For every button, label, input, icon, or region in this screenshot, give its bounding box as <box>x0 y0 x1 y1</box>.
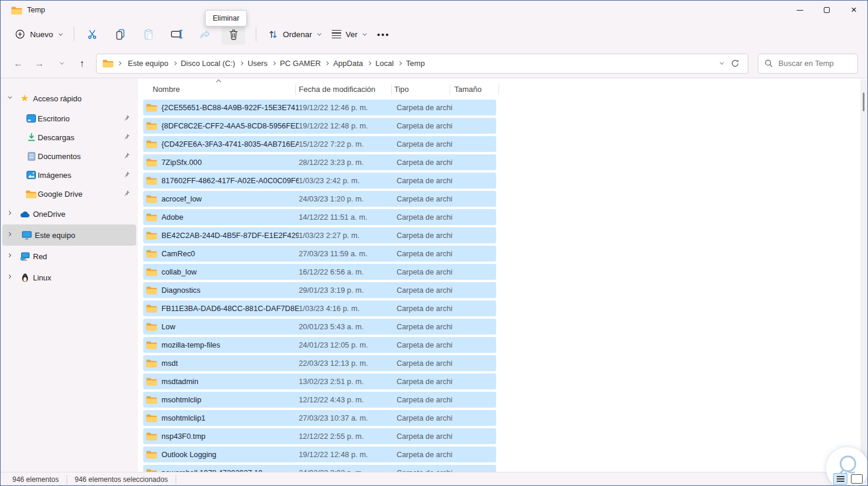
delete-button[interactable] <box>222 24 245 45</box>
file-date-cell: 13/02/23 2:51 p. m. <box>299 377 394 386</box>
copy-button[interactable] <box>108 24 132 45</box>
more-options-button[interactable]: ••• <box>371 24 396 45</box>
sidebar-item-im-genes[interactable]: Imágenes <box>1 166 138 184</box>
pin-icon <box>123 171 130 180</box>
file-row-collab-low[interactable]: collab_low16/12/22 6:56 a. m.Carpeta de … <box>143 264 496 280</box>
column-header-fecha-de-modificaci-n[interactable]: Fecha de modificación <box>299 85 375 94</box>
details-view-button[interactable] <box>833 473 847 485</box>
paste-button[interactable] <box>137 24 160 45</box>
file-row-cd42fe6a-3fa3-4741-8035-4ab716[interactable]: {CD42FE6A-3FA3-4741-8035-4AB716EAB3...15… <box>143 136 496 152</box>
recent-locations-button[interactable] <box>51 54 70 73</box>
address-bar[interactable]: Este equipoDisco Local (C:)UsersPC GAMER… <box>96 54 748 74</box>
close-button[interactable]: × <box>840 1 867 19</box>
file-row-2ce55651-bc88-4a9b-922f-15e3e7[interactable]: {2CE55651-BC88-4A9B-922F-15E3E74104...19… <box>143 100 496 115</box>
file-row-msohtmlclip1[interactable]: msohtmlclip127/03/23 10:37 a. m.Carpeta … <box>143 410 496 426</box>
sidebar-item-descargas[interactable]: Descargas <box>1 128 138 147</box>
cut-button[interactable] <box>80 24 104 45</box>
maximize-button[interactable] <box>813 1 840 19</box>
sort-button-label: Ordenar <box>283 30 312 39</box>
file-row-fb11e3ba-dad6-48cc-881c-daf7d8[interactable]: FB11E3BA-DAD6-48CC-881C-DAF7D8EC...1/03/… <box>143 300 496 316</box>
column-separator[interactable] <box>295 84 296 95</box>
file-type-cell: Carpeta de archivos <box>394 140 453 148</box>
sidebar-item-onedrive[interactable]: OneDrive <box>1 203 138 224</box>
file-row-7zipsfx-000[interactable]: 7ZipSfx.00028/12/22 3:23 p. m.Carpeta de… <box>143 154 496 170</box>
file-name: msdt <box>161 359 178 368</box>
file-row-low[interactable]: Low20/01/23 5:43 a. m.Carpeta de archivo… <box>143 319 496 335</box>
file-name-cell: msdt <box>143 359 299 368</box>
breadcrumb-item-local[interactable]: Local <box>372 57 397 70</box>
file-row-be42c2ab-244d-4b5f-87df-e1e2f4[interactable]: BE42C2AB-244D-4B5F-87DF-E1E2F4298C421/03… <box>143 227 496 243</box>
status-divider <box>176 475 176 484</box>
file-row-acrocef-low[interactable]: acrocef_low24/03/23 1:20 p. m.Carpeta de… <box>143 191 496 207</box>
breadcrumb-item-pc-gamer[interactable]: PC GAMER <box>277 57 324 70</box>
file-row-camrec0[interactable]: CamRec027/03/23 11:59 a. m.Carpeta de ar… <box>143 246 496 262</box>
file-name: 817602FF-4862-417F-A02E-A0C0C09F6BDE <box>161 176 299 185</box>
file-row-nsp43f0-tmp[interactable]: nsp43F0.tmp12/12/22 2:55 p. m.Carpeta de… <box>143 428 496 444</box>
breadcrumb-item-users[interactable]: Users <box>245 57 270 70</box>
column-header-nombre[interactable]: Nombre <box>153 85 180 94</box>
sidebar-item-acceso-r-pido[interactable]: ★Acceso rápido <box>1 88 138 109</box>
view-button[interactable]: Ver <box>326 24 371 45</box>
column-separator[interactable] <box>391 84 392 95</box>
file-row-msdtadmin[interactable]: msdtadmin13/02/23 2:51 p. m.Carpeta de a… <box>143 373 496 389</box>
file-row-powershell-1078-47302027-10[interactable]: powershell.1078.47302027.1024/03/23 2:02… <box>143 465 496 472</box>
new-button-label: Nuevo <box>30 30 53 39</box>
chevron-right-icon[interactable] <box>7 253 11 257</box>
icons-view-button[interactable] <box>851 474 863 484</box>
sidebar-item-label: Acceso rápido <box>33 94 81 103</box>
chevron-down-icon[interactable] <box>8 95 12 99</box>
minimize-button[interactable] <box>786 1 813 19</box>
chevron-right-icon <box>239 61 243 65</box>
breadcrumb-item-temp[interactable]: Temp <box>403 57 428 70</box>
folder-icon <box>146 249 157 258</box>
file-row-adobe[interactable]: Adobe14/12/22 11:51 a. m.Carpeta de arch… <box>143 209 496 225</box>
address-dropdown-icon[interactable] <box>720 61 724 65</box>
breadcrumb-item-disco-local-c[interactable]: Disco Local (C:) <box>178 57 238 70</box>
file-type-cell: Carpeta de archivos <box>394 176 453 185</box>
column-separator[interactable] <box>450 84 450 95</box>
sort-button[interactable]: Ordenar <box>262 24 326 45</box>
file-row-diagnostics[interactable]: Diagnostics29/01/23 3:19 p. m.Carpeta de… <box>143 282 496 298</box>
chevron-right-icon[interactable] <box>7 275 11 279</box>
file-row-817602ff-4862-417f-a02e-a0c0c0[interactable]: 817602FF-4862-417F-A02E-A0C0C09F6BDE1/03… <box>143 173 496 189</box>
forward-button[interactable]: → <box>30 54 49 73</box>
sort-arrows-icon <box>268 29 278 39</box>
share-icon <box>200 29 210 39</box>
rename-button[interactable] <box>165 24 189 45</box>
scrollbar-thumb[interactable] <box>863 92 864 111</box>
file-name: mozilla-temp-files <box>161 340 220 349</box>
breadcrumb: Este equipoDisco Local (C:)UsersPC GAMER… <box>125 57 428 70</box>
address-row: ← → ↑ Este equipoDisco Local (C:)UsersPC… <box>1 49 867 78</box>
chevron-right-icon[interactable] <box>7 232 11 236</box>
vertical-scrollbar[interactable] <box>860 80 867 472</box>
breadcrumb-item-appdata[interactable]: AppData <box>330 57 366 70</box>
file-list-pane: NombreFecha de modificaciónTipoTamaño {2… <box>138 78 867 472</box>
sidebar-item-documentos[interactable]: Documentos <box>1 147 138 166</box>
search-input[interactable] <box>778 59 849 68</box>
sidebar-item-red[interactable]: Red <box>1 246 138 267</box>
file-row-outlook-logging[interactable]: Outlook Logging19/12/22 12:48 p. m.Carpe… <box>143 447 496 462</box>
new-button[interactable]: Nuevo <box>9 24 68 45</box>
sidebar-item-escritorio[interactable]: Escritorio <box>1 109 138 128</box>
sidebar-item-este-equipo[interactable]: Este equipo <box>2 224 136 246</box>
file-name-cell: 817602FF-4862-417F-A02E-A0C0C09F6BDE <box>143 176 299 185</box>
up-button[interactable]: ↑ <box>72 54 91 73</box>
file-name: 7ZipSfx.000 <box>161 158 202 167</box>
sidebar-item-linux[interactable]: Linux <box>1 267 138 288</box>
breadcrumb-item-este-equipo[interactable]: Este equipo <box>125 57 171 70</box>
chevron-right-icon[interactable] <box>7 211 11 215</box>
column-header-tipo[interactable]: Tipo <box>394 85 409 94</box>
column-header-tama-o[interactable]: Tamaño <box>454 85 481 94</box>
sidebar-item-google-drive[interactable]: Google Drive <box>1 184 138 203</box>
file-row-msdt[interactable]: msdt22/03/23 12:13 p. m.Carpeta de archi… <box>143 355 496 371</box>
refresh-icon[interactable] <box>731 59 740 68</box>
file-row-mozilla-temp-files[interactable]: mozilla-temp-files24/01/23 12:05 p. m.Ca… <box>143 337 496 353</box>
back-button[interactable]: ← <box>9 54 28 73</box>
file-name: FB11E3BA-DAD6-48CC-881C-DAF7D8EC... <box>161 304 299 313</box>
file-date-cell: 12/12/22 2:55 p. m. <box>299 432 394 441</box>
column-separator[interactable] <box>499 84 499 95</box>
file-row-8dfc8c2e-cff2-4aa5-8cd8-5956fe[interactable]: {8DFC8C2E-CFF2-4AA5-8CD8-5956FED08...19/… <box>143 118 496 134</box>
file-row-msohtmlclip[interactable]: msohtmlclip12/12/22 4:43 p. m.Carpeta de… <box>143 392 496 408</box>
share-button[interactable] <box>193 24 217 45</box>
file-type-cell: Carpeta de archivos <box>394 359 453 368</box>
